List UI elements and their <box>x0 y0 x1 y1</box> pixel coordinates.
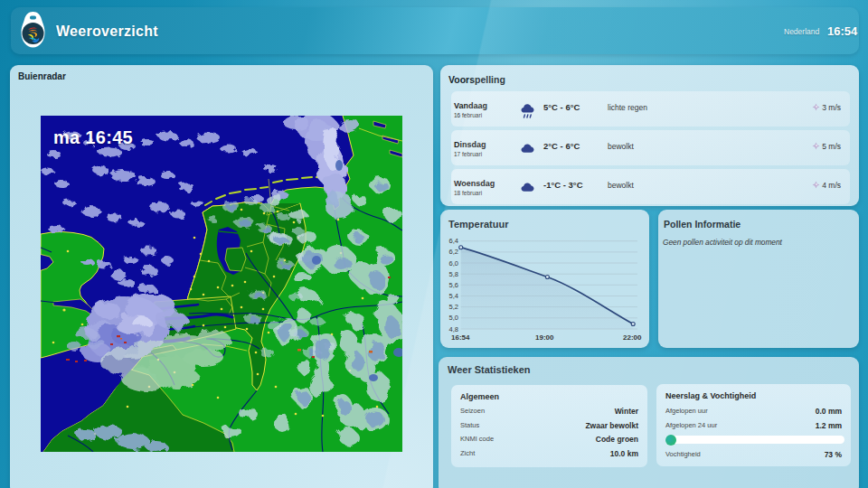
svg-text:6,2: 6,2 <box>449 248 458 256</box>
svg-text:6,4: 6,4 <box>449 237 458 245</box>
svg-text:5,2: 5,2 <box>449 303 458 311</box>
svg-text:5,4: 5,4 <box>449 292 458 300</box>
svg-text:6,0: 6,0 <box>449 259 458 267</box>
svg-text:5,8: 5,8 <box>449 270 458 278</box>
svg-text:16:54: 16:54 <box>451 333 470 342</box>
svg-text:19:00: 19:00 <box>535 333 554 342</box>
svg-text:5,6: 5,6 <box>449 281 458 289</box>
svg-text:4,8: 4,8 <box>449 325 458 333</box>
svg-text:22:00: 22:00 <box>623 333 642 342</box>
svg-text:5,0: 5,0 <box>449 314 458 322</box>
